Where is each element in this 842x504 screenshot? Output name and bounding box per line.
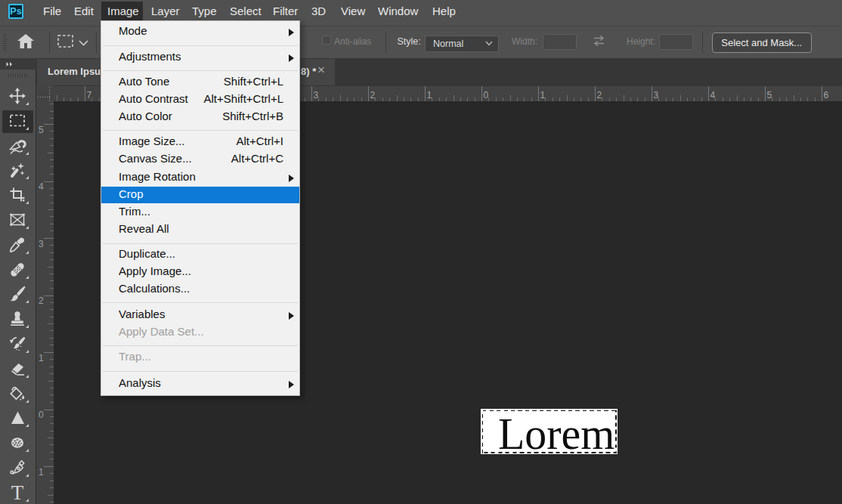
svg-text:T: T (11, 484, 24, 502)
